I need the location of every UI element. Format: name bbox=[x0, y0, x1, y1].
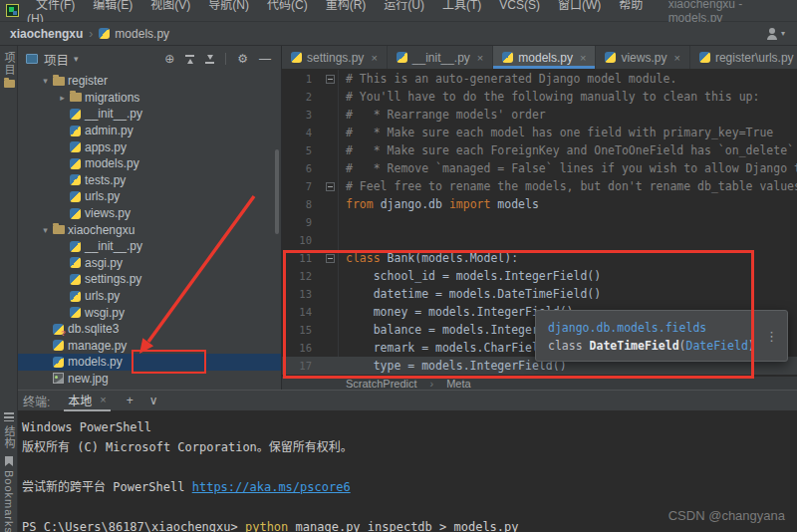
python-file-icon bbox=[70, 307, 81, 318]
menu-item-5[interactable]: 重构(R) bbox=[317, 0, 376, 14]
python-file-icon bbox=[699, 52, 710, 63]
terminal-tab-local[interactable]: 本地 × bbox=[64, 391, 110, 411]
close-tab-icon[interactable]: × bbox=[580, 52, 586, 64]
terminal-link[interactable]: https://aka.ms/pscore6 bbox=[192, 480, 351, 494]
close-icon[interactable]: × bbox=[100, 394, 106, 405]
collapse-all-icon[interactable] bbox=[185, 55, 194, 64]
code-token: import bbox=[449, 197, 491, 211]
breadcrumb-separator-icon: › bbox=[89, 27, 93, 41]
terminal-text: PS C:\Users\86187\xiaochengxu> bbox=[22, 520, 245, 532]
expand-all-icon[interactable] bbox=[205, 55, 214, 64]
tool-button-bookmarks[interactable]: Bookmarks bbox=[0, 456, 18, 532]
code-line-3: 3# * Rearrange models' order bbox=[282, 106, 797, 124]
window-title: xiaochengxu - models.py bbox=[668, 0, 797, 25]
watermark: CSDN @changyana bbox=[668, 506, 785, 526]
chevron-down-icon[interactable]: ▾ bbox=[38, 76, 53, 86]
tree-item-urls-py[interactable]: urls.py bbox=[18, 188, 282, 205]
close-tab-icon[interactable]: × bbox=[477, 52, 483, 64]
tab-register-urls-py[interactable]: register\urls.py× bbox=[690, 46, 797, 69]
code-line-2: 2# You'll have to do the following manua… bbox=[282, 88, 797, 106]
menu-item-3[interactable]: 导航(N) bbox=[199, 0, 258, 14]
breadcrumb-file[interactable]: models.py bbox=[115, 27, 169, 41]
fold-marker-icon[interactable] bbox=[326, 254, 335, 263]
code-token: # You'll have to do the following manual… bbox=[346, 90, 759, 104]
chevron-down-icon[interactable]: ∨ bbox=[149, 394, 158, 407]
scope-crumb-meta[interactable]: Meta bbox=[446, 378, 470, 390]
python-file-icon bbox=[70, 126, 81, 136]
tree-item-asgi-py[interactable]: asgi.py bbox=[18, 255, 282, 272]
tree-item-urls-py[interactable]: urls.py bbox=[18, 288, 282, 305]
code-text: # * Rearrange models' order bbox=[346, 108, 546, 122]
tree-item-wsgi-py[interactable]: wsgi.py bbox=[18, 304, 282, 321]
line-number: 6 bbox=[282, 159, 312, 177]
tree-item-new-jpg[interactable]: new.jpg bbox=[18, 371, 282, 388]
code-token: datetime = models.DateTimeField() bbox=[346, 287, 601, 301]
tree-item-db-sqlite3[interactable]: db.sqlite3 bbox=[18, 321, 282, 338]
close-tab-icon[interactable]: × bbox=[673, 52, 679, 64]
tree-scrollbar[interactable] bbox=[275, 149, 279, 234]
tool-button-project[interactable]: 项目 bbox=[0, 52, 18, 88]
menu-item-2[interactable]: 视图(V) bbox=[141, 0, 199, 14]
code-token: class bbox=[346, 251, 381, 265]
locate-file-icon[interactable]: ⊕ bbox=[164, 52, 174, 66]
tree-item-models-py[interactable]: models.py bbox=[18, 354, 282, 371]
more-options-icon[interactable]: ⋮ bbox=[765, 328, 778, 346]
chevron-right-icon[interactable]: ▸ bbox=[55, 93, 70, 103]
tree-item-tests-py[interactable]: tests.py bbox=[18, 172, 282, 189]
code-line-13: 13 datetime = models.DateTimeField() bbox=[282, 285, 797, 303]
folder-icon bbox=[4, 80, 15, 88]
tree-item-init-py[interactable]: __init__.py bbox=[18, 106, 282, 123]
tree-item-admin-py[interactable]: admin.py bbox=[18, 123, 282, 139]
menu-item-9[interactable]: 窗口(W) bbox=[549, 0, 610, 14]
tab-views-py[interactable]: views.py× bbox=[596, 46, 689, 69]
new-terminal-icon[interactable]: + bbox=[127, 394, 133, 407]
gear-icon[interactable]: ⚙ bbox=[237, 52, 248, 66]
structure-icon bbox=[4, 412, 14, 421]
tree-item-settings-py[interactable]: settings.py bbox=[18, 271, 282, 288]
menu-item-8[interactable]: VCS(S) bbox=[490, 0, 549, 14]
tooltip-base-class-link[interactable]: DateField bbox=[686, 339, 748, 353]
python-file-icon bbox=[291, 52, 302, 63]
breadcrumb-project[interactable]: xiaochengxu bbox=[10, 27, 83, 41]
tool-button-structure[interactable]: 结构 bbox=[0, 412, 18, 449]
code-line-6: 6# * Remove `managed = False` lines if y… bbox=[282, 159, 797, 177]
editor-tab-bar: settings.py×__init__.py×models.py×views.… bbox=[282, 46, 797, 69]
tooltip-class-name: DateTimeField bbox=[590, 339, 679, 353]
tab-label: __init__.py bbox=[412, 51, 470, 65]
tree-item-init-py[interactable]: __init__.py bbox=[18, 238, 282, 255]
user-menu[interactable]: ▾ bbox=[766, 28, 785, 40]
close-tab-icon[interactable]: × bbox=[371, 52, 377, 64]
scope-crumb-scratchpredict[interactable]: ScratchPredict bbox=[346, 378, 417, 390]
menu-item-1[interactable]: 编辑(E) bbox=[84, 0, 141, 14]
tab-init-py[interactable]: __init__.py× bbox=[388, 46, 493, 69]
tree-item-models-py[interactable]: models.py bbox=[18, 155, 282, 172]
chevron-down-icon[interactable]: ▾ bbox=[38, 225, 53, 235]
tab-label: settings.py bbox=[307, 51, 364, 65]
terminal-text: 版权所有 (C) Microsoft Corporation。保留所有权利。 bbox=[22, 440, 353, 454]
db-file-icon bbox=[53, 324, 64, 335]
line-number: 16 bbox=[282, 339, 312, 357]
tab-label: models.py bbox=[518, 51, 573, 65]
tree-item-apps-py[interactable]: apps.py bbox=[18, 138, 282, 155]
python-file-icon bbox=[502, 52, 513, 63]
python-file-icon bbox=[70, 257, 81, 268]
tree-item-manage-py[interactable]: manage.py bbox=[18, 338, 282, 355]
tree-item-label: register bbox=[68, 74, 108, 88]
tree-item-register[interactable]: ▾register bbox=[18, 73, 282, 90]
hide-panel-icon[interactable]: — bbox=[259, 52, 271, 66]
tab-models-py[interactable]: models.py× bbox=[493, 46, 596, 69]
chevron-down-icon[interactable]: ▾ bbox=[74, 54, 79, 64]
tree-item-views-py[interactable]: views.py bbox=[18, 205, 282, 222]
project-panel-title[interactable]: 项目 bbox=[44, 50, 69, 69]
menu-item-6[interactable]: 运行(U) bbox=[375, 0, 433, 14]
line-number: 17 bbox=[282, 357, 312, 375]
menu-item-4[interactable]: 代码(C) bbox=[258, 0, 317, 14]
tree-item-migrations[interactable]: ▸migrations bbox=[18, 90, 282, 107]
fold-marker-icon[interactable] bbox=[326, 75, 335, 84]
tab-settings-py[interactable]: settings.py× bbox=[282, 46, 388, 69]
fold-marker-icon[interactable] bbox=[326, 182, 335, 191]
terminal-output[interactable]: Windows PowerShell版权所有 (C) Microsoft Cor… bbox=[18, 410, 797, 532]
python-file-icon bbox=[70, 109, 81, 120]
tree-item-xiaochengxu[interactable]: ▾xiaochengxu bbox=[18, 221, 282, 238]
menu-item-7[interactable]: 工具(T) bbox=[433, 0, 490, 14]
